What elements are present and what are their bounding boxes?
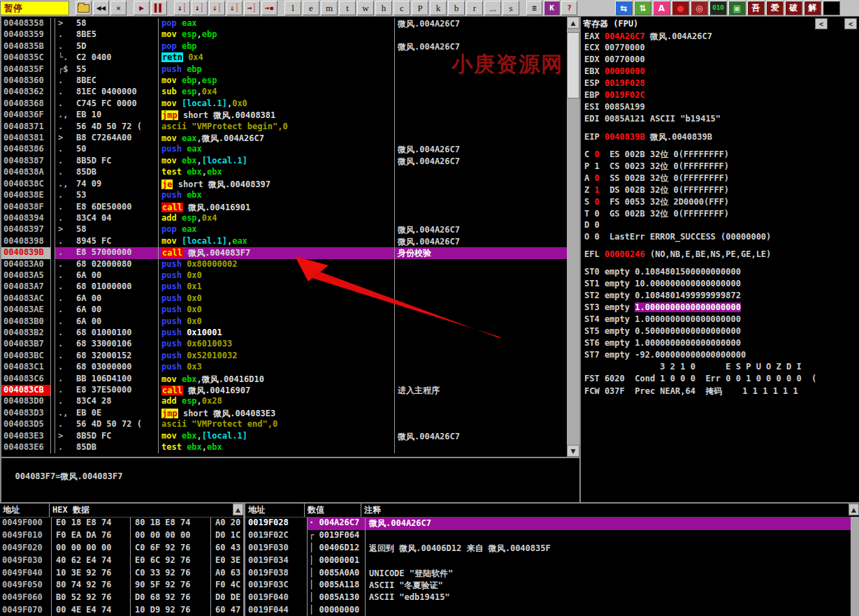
register-line[interactable]: S 0 FS 0053 32位 2D0000(FFF) [581,196,859,208]
register-line[interactable]: EIP 0040839B 微风.0040839B [581,131,859,143]
dump-row[interactable]: 0049F000E0 18 E8 7480 1B E8 74A0 20 [0,518,243,530]
disasm-row[interactable]: 00408397>58pop eax微风.004A26C7 [1,224,567,235]
register-line[interactable]: O 0 LastErr ERROR_SUCCESS (00000000) [581,232,859,244]
disasm-row[interactable]: 00408386.50push eax微风.004A26C7 [1,144,567,155]
dump-row[interactable]: 0049F060B0 52 92 76D0 68 92 76D0 DE [0,592,243,605]
window-button-k[interactable]: k [430,1,447,15]
disasm-row[interactable]: 00408387.8B5D FCmov ebx,[local.1]微风.004A… [1,156,567,167]
register-line[interactable]: T 0 GS 002B 32位 0(FFFFFFFF) [581,208,859,220]
disasm-row[interactable]: 00408381>B8 C7264A00mov eax,微风.004A26C7 [1,133,567,144]
disasm-row[interactable]: 004083D0.83C4 28add esp,0x28 [1,396,567,407]
disasm-row[interactable]: 004083D5.56 4D 50 72 (ascii "VMProtect e… [1,419,567,430]
pojie-jie-button[interactable]: 解 [804,1,821,15]
window-button-w[interactable]: w [357,1,374,15]
dump-row[interactable]: 0049F02000 00 00 00C0 6F 92 7660 43 [0,543,243,555]
disasm-scrollbar[interactable]: ▲ ▼ [567,17,579,457]
scroll-down-icon[interactable]: ▼ [567,445,579,457]
register-line[interactable]: C 0 ES 002B 32位 0(FFFFFFFF) [581,149,859,161]
disasm-row[interactable]: 004083BC.68 32000152push 0x52010032 [1,351,567,362]
scrollbar-thumb[interactable] [567,32,579,98]
register-line[interactable]: A 0 SS 002B 32位 0(FFFFFFFF) [581,173,859,184]
swap-arrows-icon[interactable]: ⇆ [615,1,633,15]
stack-row[interactable]: 0019F03C│ 0085A118ASCII "冬夏验证" [245,580,859,592]
disasm-row[interactable]: 004083B2.68 01000100push 0x10001 [1,328,567,339]
stack-scroll-up-icon[interactable]: ▲ [849,504,859,515]
disasm-row[interactable]: 00408394.83C4 04add esp,0x4 [1,213,567,224]
disasm-row[interactable]: 004083E3>8B5D FCmov ebx,[local.1]微风.004A… [1,431,567,442]
disasm-row[interactable]: 004083E6.85DBtest ebx,ebx [1,442,567,453]
register-line[interactable]: 3 2 1 0 E S P U O Z D I [581,362,859,374]
help-button[interactable]: ? [561,1,577,15]
step-into-button[interactable]: ↓┊ [174,1,190,15]
pojie-po-button[interactable]: 破 [785,1,802,15]
target-icon[interactable]: ◎ [691,1,708,15]
stack-row[interactable]: 0019F044│ 00000000 [245,605,859,616]
letter-a-icon[interactable]: A [653,1,670,15]
dump-row[interactable]: 0049F07000 4E E4 7410 D9 92 7660 47 [0,605,243,616]
disasm-row[interactable]: 004083AE.6A 00push 0x0 [1,305,567,316]
stack-row[interactable]: 0019F028· 004A26C7微风.004A26C7 [245,518,859,530]
register-line[interactable]: EDI 0085A121 ASCII "b19415" [581,114,859,126]
stack-row[interactable]: 0019F038│ 0085A0A0UNICODE "登陆软件" [245,568,859,580]
disasm-row[interactable]: 0040838E.53push ebx [1,190,567,201]
disasm-row[interactable]: 00408358>58pop eax微风.004A26C7 [1,18,567,29]
register-line[interactable]: FST 6020 Cond 1 0 0 0 Err 0 0 1 0 0 0 0 … [581,374,859,386]
disasm-row[interactable]: 00408359.8BE5mov esp,ebp [1,29,567,41]
plugin-k-button[interactable]: K [544,1,560,15]
stack-row[interactable]: 0019F030│ 00406D12返回到 微风.00406D12 来自 微风.… [245,543,859,555]
window-button-b[interactable]: b [448,1,465,15]
register-line[interactable]: ST7 empty -92.000000000000000000 [581,350,859,362]
register-line[interactable]: ESP 0019F028 [581,78,859,90]
stack-row[interactable]: 0019F034│ 00000001 [245,555,859,568]
disasm-row[interactable]: 004083AC.6A 00push 0x0 [1,293,567,305]
step-over-button[interactable]: ↓┊ [192,1,208,15]
register-line[interactable]: Z 1 DS 002B 32位 0(FFFFFFFF) [581,184,859,196]
restart-button[interactable]: ◀◀ [93,1,109,15]
register-line[interactable]: ST2 empty 0.1084801499999999872 [581,291,859,302]
pause-button[interactable]: ▌▌ [151,1,167,15]
animate-over-button[interactable]: ⇓┊ [226,1,243,15]
window-button-c[interactable]: c [394,1,410,15]
register-line[interactable]: ST4 empty 1.0000000000000000000 [581,314,859,326]
disasm-row[interactable]: 004083B0.6A 00push 0x0 [1,316,567,328]
register-line[interactable]: P 1 CS 0023 32位 0(FFFFFFFF) [581,161,859,173]
register-line[interactable]: ECX 00770000 [581,43,859,54]
window-button-e[interactable]: e [303,1,319,15]
disasm-row[interactable]: 0040839B.E8 57000000call 微风.004083F7身份校验 [1,247,567,258]
black-square-button[interactable] [823,1,840,15]
window-button-P[interactable]: P [412,1,428,15]
register-line[interactable]: ST0 empty 0.1084801500000000000 [581,267,859,279]
register-line[interactable]: ST6 empty 1.0000000000000000000 [581,338,859,350]
log-options-button[interactable]: ≡ [526,1,542,15]
window-button-h[interactable]: h [375,1,392,15]
disasm-row[interactable]: 004083D3.,EB 0Ejmp short 微风.004083E3 [1,408,567,419]
window-button-m[interactable]: m [321,1,338,15]
register-line[interactable]: EBP 0019F02C [581,90,859,102]
pojie-ai-button[interactable]: 爱 [766,1,784,15]
disasm-row[interactable]: 004083C1.68 03000000push 0x3 [1,362,567,373]
stack-scrollbar[interactable] [851,517,859,616]
stack-row[interactable]: 0019F040│ 0085A130ASCII "edb19415" [245,592,859,605]
exec-till-user-button[interactable]: →▪ [261,1,277,15]
disasm-row[interactable]: 00408362.81EC 0400000sub esp,0x4 [1,87,567,98]
register-line[interactable]: FCW 037F Prec NEAR,64 掩码 1 1 1 1 1 1 [581,386,859,397]
window-button-l[interactable]: l [284,1,301,15]
close-button[interactable]: ✕ [110,1,127,15]
dump-row[interactable]: 0049F03040 62 E4 74E0 6C 92 76E0 3E [0,555,243,568]
pane-prev-button[interactable]: < [815,18,828,29]
register-line[interactable]: EFL 00000246 (NO,NB,E,BE,NS,PE,GE,LE) [581,249,859,261]
register-line[interactable]: D 0 [581,220,859,232]
disasm-row[interactable]: 0040838A.85DBtest ebx,ebx [1,167,567,178]
window-button-r[interactable]: r [466,1,483,15]
register-line[interactable]: EDX 00770000 [581,54,859,66]
disasm-row[interactable]: 004083A0.68 02000080push 0x80000002 [1,259,567,270]
register-line[interactable]: ST1 empty 10.000000000000000000 [581,279,859,291]
stack-row[interactable]: 0019F02C┌ 0019F064 [245,530,859,543]
dump-row[interactable]: 0049F04010 3E 92 76C0 33 92 76A0 63 [0,568,243,580]
disasm-row[interactable]: 0040838C.,74 09je short 微风.00408397 [1,179,567,190]
register-line[interactable]: ST3 empty 1.0000000000000000000 [581,302,859,314]
run-button[interactable]: ▶ [133,1,150,15]
dump-scroll-up-icon[interactable]: ▲ [233,504,243,515]
register-line[interactable]: ST5 empty 0.5000000000000000000 [581,326,859,338]
binary-icon[interactable]: 010 [709,1,727,15]
